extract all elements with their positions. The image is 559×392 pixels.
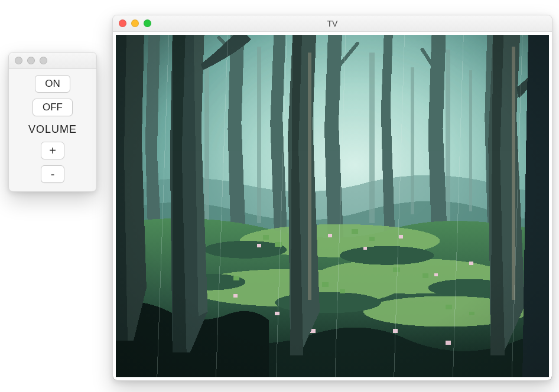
off-button[interactable]: OFF xyxy=(32,99,73,116)
minimize-icon[interactable] xyxy=(131,19,139,27)
forest-scene-image xyxy=(116,35,549,377)
zoom-icon[interactable] xyxy=(40,57,47,64)
remote-window: ON OFF VOLUME + - xyxy=(8,52,97,192)
close-icon[interactable] xyxy=(119,19,126,27)
tv-window: TV xyxy=(112,15,552,381)
tv-title: TV xyxy=(113,19,552,28)
minimize-icon[interactable] xyxy=(27,57,35,64)
volume-label: VOLUME xyxy=(28,123,77,136)
remote-traffic-lights xyxy=(15,57,47,64)
tv-traffic-lights xyxy=(119,19,151,27)
tv-content xyxy=(113,32,552,380)
tv-titlebar[interactable]: TV xyxy=(113,15,552,32)
on-button[interactable]: ON xyxy=(35,75,70,93)
svg-rect-53 xyxy=(116,35,549,377)
zoom-icon[interactable] xyxy=(144,19,151,27)
remote-titlebar[interactable] xyxy=(9,53,96,69)
tv-screen xyxy=(113,32,552,380)
close-icon[interactable] xyxy=(15,57,22,64)
volume-down-button[interactable]: - xyxy=(41,165,64,183)
volume-up-button[interactable]: + xyxy=(41,142,64,159)
remote-content: ON OFF VOLUME + - xyxy=(9,69,96,191)
